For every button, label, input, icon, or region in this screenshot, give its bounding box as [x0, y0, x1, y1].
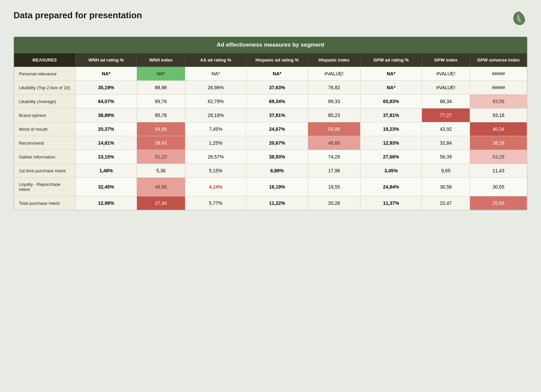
col-header-wnh-rating: WNH ad rating % [75, 53, 137, 67]
col-header-aa-rating: AA ad rating % [185, 53, 246, 67]
col-header-measures: MEASURES [14, 53, 76, 67]
cell-wnh-index: 89,76 [137, 95, 185, 108]
col-header-wnh-index: WNH index [137, 53, 185, 67]
table-row: Likability (Average)64,07%89,7662,78%69,… [14, 95, 527, 108]
table-row: Personal relevanceNA*NA*NA*NA*#VALUE!NA*… [14, 67, 527, 81]
cell-gpw-rating: 3,45% [360, 164, 422, 178]
cell-wnh-index: 5,36 [137, 164, 185, 178]
cell-gpw-universe: 25,66 [470, 196, 527, 210]
table-row: Gather information23,15%51,2326,57%38,93… [14, 150, 527, 164]
cell-hispanic-rating: 37,63% [246, 81, 308, 95]
cell-wnh-rating: 64,07% [75, 95, 137, 108]
col-header-gpw-rating: GPW ad rating % [360, 53, 422, 67]
cell-gpw-index: 22,47 [422, 196, 470, 210]
cell-gpw-rating: NA* [360, 67, 422, 81]
cell-hispanic-index: 76,82 [308, 81, 360, 95]
cell-hispanic-rating: 38,93% [246, 150, 308, 164]
cell-hispanic-index: 17,98 [308, 164, 360, 178]
cell-hispanic-index: 89,33 [308, 95, 360, 108]
cell-hispanic-index: 54,88 [308, 122, 360, 136]
cell-gpw-universe: ##### [470, 67, 527, 81]
cell-gpw-universe: 40,34 [470, 122, 527, 136]
cell-aa-rating: 7,45% [185, 122, 246, 136]
cell-gpw-index: 30,56 [422, 178, 470, 196]
table-body: Personal relevanceNA*NA*NA*NA*#VALUE!NA*… [14, 67, 527, 210]
cell-measure: Likability (Top 2 box of 10) [14, 81, 76, 95]
cell-wnh-index: 27,34 [137, 196, 185, 210]
cell-aa-rating: 26,57% [185, 150, 246, 164]
table-row: Loyalty - Repurchase intent32,45%49,564,… [14, 178, 527, 196]
cell-hispanic-index: 74,29 [308, 150, 360, 164]
cell-wnh-rating: 23,15% [75, 150, 137, 164]
cell-measure: Likability (Average) [14, 95, 76, 108]
cell-hispanic-rating: 37,81% [246, 108, 308, 122]
cell-wnh-index: 85,76 [137, 108, 185, 122]
cell-hispanic-rating: 69,34% [246, 95, 308, 108]
cell-gpw-index: 88,34 [422, 95, 470, 108]
cell-hispanic-index: 85,23 [308, 108, 360, 122]
cell-gpw-index: 9,65 [422, 164, 470, 178]
cell-hispanic-rating: 20,67% [246, 136, 308, 150]
cell-gpw-universe: 11,43 [470, 164, 527, 178]
cell-aa-rating: 5,15% [185, 164, 246, 178]
cell-hispanic-rating: 16,19% [246, 178, 308, 196]
data-table: MEASURES WNH ad rating % WNH index AA ad… [14, 53, 527, 210]
cell-gpw-index: 56,39 [422, 150, 470, 164]
cell-gpw-index: 77,27 [422, 108, 470, 122]
cell-gpw-index: 43,92 [422, 122, 470, 136]
cell-measure: Brand opinion [14, 108, 76, 122]
table-row: Word of mouth20,37%54,897,45%24,67%54,88… [14, 122, 527, 136]
cell-wnh-rating: 35,19% [75, 81, 137, 95]
cell-aa-rating: NA* [185, 67, 246, 81]
logo-icon [511, 10, 527, 26]
page-title: Data prepared for presentation [14, 10, 142, 21]
cell-wnh-rating: NA* [75, 67, 137, 81]
table-row: Recommend14,81%39,431,25%20,67%48,6612,9… [14, 136, 527, 150]
cell-measure: Personal relevance [14, 67, 76, 81]
cell-wnh-rating: 14,81% [75, 136, 137, 150]
cell-measure: 1st time purchase intent [14, 164, 76, 178]
cell-gpw-universe: 93,56 [470, 95, 527, 108]
cell-gpw-rating: 27,66% [360, 150, 422, 164]
cell-wnh-rating: 20,37% [75, 122, 137, 136]
cell-gpw-index: #VALUE! [422, 81, 470, 95]
cell-aa-rating: 5,77% [185, 196, 246, 210]
cell-gpw-rating: NA* [360, 81, 422, 95]
cell-gpw-index: #VALUE! [422, 67, 470, 81]
cell-hispanic-rating: 11,22% [246, 196, 308, 210]
cell-gpw-rating: 24,84% [360, 178, 422, 196]
table-row: Total purchase intent12,98%27,345,77%11,… [14, 196, 527, 210]
cell-wnh-index: 54,89 [137, 122, 185, 136]
cell-wnh-index: 49,56 [137, 178, 185, 196]
table-container: Ad effectiveness measures by segment MEA… [14, 36, 527, 211]
cell-hispanic-index: 48,66 [308, 136, 360, 150]
cell-hispanic-index: #VALUE! [308, 67, 360, 81]
cell-gpw-rating: 37,81% [360, 108, 422, 122]
cell-hispanic-rating: NA* [246, 67, 308, 81]
cell-gpw-universe: 30,65 [470, 178, 527, 196]
cell-gpw-universe: 38,28 [470, 136, 527, 150]
cell-gpw-universe: 93,18 [470, 108, 527, 122]
cell-measure: Recommend [14, 136, 76, 150]
cell-aa-rating: 1,25% [185, 136, 246, 150]
page-header: Data prepared for presentation [14, 10, 527, 26]
cell-wnh-rating: 12,98% [75, 196, 137, 210]
cell-gpw-rating: 19,23% [360, 122, 422, 136]
cell-wnh-index: 88,98 [137, 81, 185, 95]
cell-wnh-index: 51,23 [137, 150, 185, 164]
cell-gpw-rating: 65,83% [360, 95, 422, 108]
col-header-hispanic-index: Hispanic index [308, 53, 360, 67]
cell-measure: Loyalty - Repurchase intent [14, 178, 76, 196]
cell-aa-rating: 62,78% [185, 95, 246, 108]
col-header-hispanic-rating: Hispanic ad rating % [246, 53, 308, 67]
cell-gpw-index: 32,84 [422, 136, 470, 150]
cell-measure: Word of mouth [14, 122, 76, 136]
cell-wnh-rating: 32,45% [75, 178, 137, 196]
cell-measure: Gather information [14, 150, 76, 164]
cell-gpw-rating: 11,37% [360, 196, 422, 210]
cell-wnh-index: 39,43 [137, 136, 185, 150]
cell-wnh-index: NA* [137, 67, 185, 81]
table-row: 1st time purchase intent1,48%5,365,15%6,… [14, 164, 527, 178]
cell-aa-rating: 4,14% [185, 178, 246, 196]
table-section-title: Ad effectiveness measures by segment [14, 37, 527, 53]
